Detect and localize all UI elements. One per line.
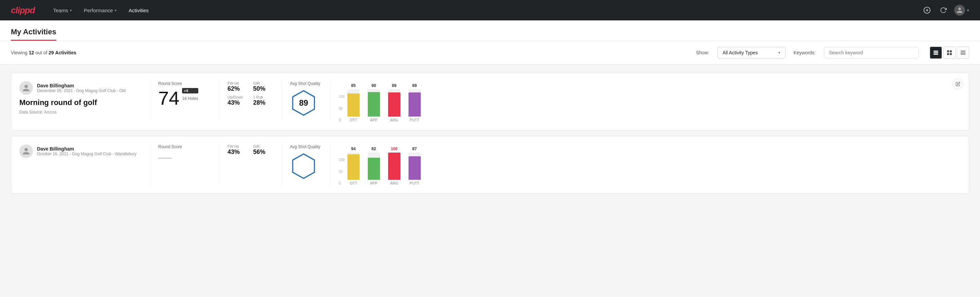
round-score-label: Round Score	[158, 81, 211, 86]
bar-label-ott-2: OTT	[350, 181, 357, 185]
oneputt-stat: 1 Putt 28%	[253, 95, 274, 106]
keywords-label: Keywords:	[794, 50, 816, 55]
updown-value: 43%	[228, 99, 248, 106]
user-name: Dave Billingham	[37, 146, 137, 152]
updown-stat: Up/Down 43%	[228, 95, 248, 106]
svg-rect-3	[934, 51, 938, 52]
bar-fill-putt-2	[409, 156, 421, 180]
nav-teams[interactable]: Teams ▾	[49, 5, 76, 16]
quality-hexagon: 89	[290, 89, 317, 117]
teams-chevron-icon: ▾	[70, 8, 72, 12]
avatar	[954, 5, 965, 16]
nav-performance[interactable]: Performance ▾	[79, 5, 121, 16]
bar-fill-arg-2	[388, 153, 400, 180]
dropdown-chevron-icon: ▾	[778, 50, 780, 55]
y-axis-0: 0	[339, 118, 345, 122]
y-axis-100: 100	[339, 158, 345, 162]
updown-label: Up/Down	[228, 95, 248, 99]
gir-label: GIR	[253, 144, 274, 148]
svg-rect-7	[950, 50, 952, 52]
navigation: clippd Teams ▾ Performance ▾ Activities	[0, 0, 980, 21]
viewing-count: Viewing 12 out of 29 Activities	[11, 50, 688, 55]
data-source: Data Source: Arccos	[19, 110, 142, 115]
detail-list-view-button[interactable]	[957, 46, 969, 59]
gir-stat: GIR 56%	[253, 144, 274, 156]
user-menu[interactable]: ▾	[954, 5, 969, 16]
avg-shot-quality-section: Avg Shot Quality 89	[282, 81, 322, 122]
gir-value: 56%	[253, 148, 274, 156]
bar-value-app-2: 82	[371, 147, 376, 151]
quality-score: 89	[299, 98, 308, 108]
activity-type-dropdown[interactable]: All Activity Types ▾	[718, 47, 786, 59]
svg-rect-9	[950, 53, 952, 55]
bar-value-ott-2: 94	[351, 147, 356, 151]
bar-value-ott: 85	[351, 83, 356, 88]
svg-rect-11	[961, 52, 966, 53]
user-chevron-icon: ▾	[967, 8, 969, 13]
fw-hit-stat: FW Hit 43%	[228, 144, 248, 156]
gir-label: GIR	[253, 81, 274, 85]
oneputt-value: 28%	[253, 99, 274, 106]
grid-view-button[interactable]	[943, 46, 956, 59]
svg-rect-12	[961, 53, 966, 54]
bar-value-putt-2: 87	[412, 147, 417, 151]
y-axis-100: 100	[339, 95, 345, 99]
y-axis-0: 0	[339, 182, 345, 185]
card-info: Dave Billingham October 16, 2021 · Gog M…	[19, 144, 142, 185]
bar-fill-arg	[388, 93, 400, 117]
bar-label-arg: ARG	[390, 118, 398, 122]
bar-label-putt-2: PUTT	[409, 181, 419, 185]
avg-shot-quality-section: Avg Shot Quality	[282, 144, 322, 185]
edit-button[interactable]	[953, 78, 963, 89]
bar-value-app: 90	[371, 83, 376, 88]
score-value: 74	[158, 89, 179, 108]
svg-marker-15	[293, 154, 315, 179]
round-score-section: Round Score	[150, 144, 211, 185]
keyword-search-input[interactable]	[824, 47, 919, 59]
quality-label: Avg Shot Quality	[290, 144, 320, 149]
quality-hexagon	[290, 153, 317, 180]
bar-fill-app-2	[368, 158, 380, 180]
quality-label: Avg Shot Quality	[290, 81, 320, 86]
stats-section: FW Hit 62% GIR 50% Up/Down 43% 1 Putt 28…	[219, 81, 274, 122]
gir-stat: GIR 50%	[253, 81, 274, 93]
activity-title: Morning round of golf	[19, 98, 142, 107]
bar-label-app-2: APP	[370, 181, 378, 185]
round-score-label: Round Score	[158, 144, 211, 149]
nav-activities[interactable]: Activities	[124, 5, 153, 16]
bar-fill-ott	[347, 93, 360, 117]
bar-value-putt: 89	[412, 83, 417, 88]
svg-rect-4	[934, 52, 938, 53]
logo[interactable]: clippd	[11, 5, 35, 16]
score-badge: +4	[182, 88, 198, 93]
y-axis-50: 50	[339, 170, 345, 174]
fw-hit-label: FW Hit	[228, 144, 248, 148]
holes-count: 18 Holes	[182, 96, 198, 101]
svg-rect-5	[934, 54, 938, 55]
activity-card: Dave Billingham December 05, 2021 · Gog …	[11, 73, 969, 131]
compact-list-view-button[interactable]	[930, 46, 942, 59]
activities-list: Dave Billingham December 05, 2021 · Gog …	[0, 65, 980, 207]
svg-rect-8	[947, 53, 949, 55]
page-header: My Activities	[0, 21, 980, 41]
nav-items: Teams ▾ Performance ▾ Activities	[49, 5, 921, 16]
filter-bar: Viewing 12 out of 29 Activities Show: Al…	[0, 41, 980, 65]
bar-fill-putt	[409, 93, 421, 117]
add-icon[interactable]	[921, 5, 932, 16]
performance-chevron-icon: ▾	[115, 8, 116, 12]
activity-date: December 05, 2021 · Gog Magog Golf Club …	[37, 88, 126, 93]
bar-label-app: APP	[370, 118, 378, 122]
bar-fill-ott-2	[347, 154, 360, 180]
view-toggle	[930, 46, 969, 59]
bar-value-arg: 89	[392, 83, 396, 88]
svg-rect-10	[961, 51, 966, 51]
page-title: My Activities	[11, 27, 56, 41]
stats-section: FW Hit 43% GIR 56%	[219, 144, 274, 185]
activity-date: October 16, 2021 · Gog Magog Golf Club -…	[37, 152, 137, 156]
refresh-icon[interactable]	[938, 5, 949, 16]
bar-value-arg-2: 106	[391, 147, 398, 151]
card-info: Dave Billingham December 05, 2021 · Gog …	[19, 81, 142, 122]
gir-value: 50%	[253, 85, 274, 93]
bar-chart-section: 100 50 0 94 OTT	[330, 144, 961, 185]
show-label: Show:	[696, 50, 710, 55]
